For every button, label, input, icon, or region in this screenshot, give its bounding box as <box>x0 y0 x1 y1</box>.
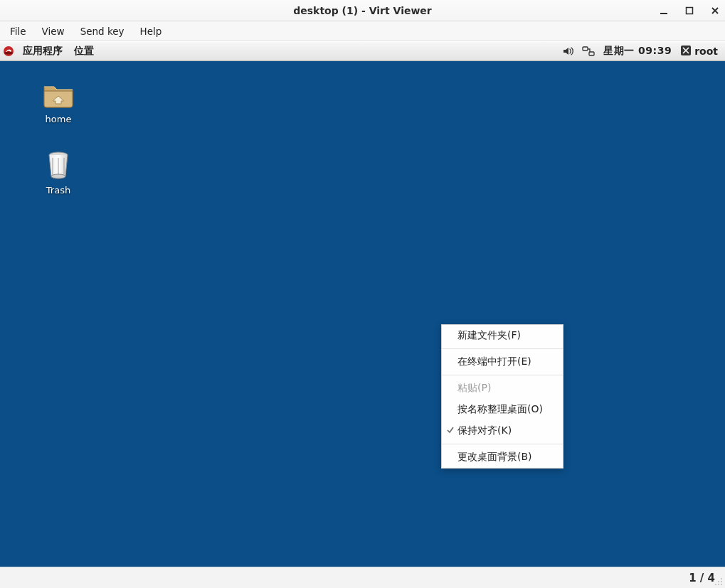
desktop-icon-home[interactable]: home <box>30 77 87 124</box>
menubar-file[interactable]: File <box>3 23 33 39</box>
panel-user-label: root <box>694 46 718 57</box>
ctx-new-folder-label: 新建文件夹(F) <box>457 329 521 341</box>
ctx-open-terminal-label: 在终端中打开(E) <box>457 356 531 367</box>
check-icon <box>446 426 455 434</box>
maximize-button[interactable] <box>684 5 695 16</box>
ctx-organize-by-name[interactable]: 按名称整理桌面(O) <box>442 399 563 420</box>
svg-point-11 <box>721 584 722 585</box>
resize-grip-icon[interactable] <box>714 577 724 587</box>
network-icon[interactable] <box>578 46 599 57</box>
svg-point-13 <box>718 584 719 585</box>
ctx-separator <box>442 348 563 349</box>
panel-clock[interactable]: 星期一 09:39 <box>599 45 676 58</box>
desktop-icon-trash[interactable]: Trash <box>30 148 87 196</box>
minimize-button[interactable] <box>658 5 670 16</box>
ctx-keep-aligned[interactable]: 保持对齐(K) <box>442 420 563 442</box>
folder-home-icon <box>41 77 75 111</box>
close-button[interactable] <box>709 5 721 16</box>
window-controls <box>658 0 721 21</box>
ctx-open-terminal[interactable]: 在终端中打开(E) <box>442 351 563 373</box>
menubar-view[interactable]: View <box>35 23 72 39</box>
panel-places[interactable]: 位置 <box>68 43 100 59</box>
ctx-new-folder[interactable]: 新建文件夹(F) <box>442 325 563 346</box>
window-titlebar: desktop (1) - Virt Viewer <box>0 0 725 21</box>
svg-point-8 <box>51 174 65 178</box>
statusbar: 1 / 4 <box>0 567 725 588</box>
trash-icon <box>41 148 75 182</box>
ctx-change-background[interactable]: 更改桌面背景(B) <box>442 447 563 468</box>
volume-icon[interactable] <box>558 46 578 57</box>
desktop-context-menu: 新建文件夹(F) 在终端中打开(E) 粘贴(P) 按名称整理桌面(O) 保持对齐… <box>441 324 563 469</box>
ctx-separator <box>442 444 563 444</box>
svg-rect-0 <box>660 13 667 14</box>
svg-point-9 <box>721 578 722 579</box>
guest-desktop: 应用程序 位置 星期一 09:39 root home <box>0 41 725 567</box>
menubar-sendkey[interactable]: Send key <box>73 23 132 39</box>
ctx-keep-aligned-label: 保持对齐(K) <box>457 424 512 436</box>
user-badge-icon <box>680 45 692 58</box>
panel-user[interactable]: root <box>676 45 722 58</box>
ctx-paste-label: 粘贴(P) <box>457 382 491 393</box>
desktop-icon-trash-label: Trash <box>30 185 87 196</box>
ctx-separator <box>442 375 563 375</box>
page-indicator: 1 / 4 <box>689 572 715 584</box>
desktop-icon-home-label: home <box>30 114 87 124</box>
desktop-wallpaper[interactable]: home Trash 新建文件夹(F <box>0 61 725 567</box>
svg-point-3 <box>4 52 13 55</box>
ctx-paste: 粘贴(P) <box>442 378 563 399</box>
svg-rect-4 <box>583 47 588 50</box>
menubar: File View Send key Help <box>0 21 725 41</box>
svg-point-12 <box>718 581 719 582</box>
fedora-hat-icon <box>3 46 14 57</box>
gnome-panel: 应用程序 位置 星期一 09:39 root <box>0 41 725 61</box>
window-title: desktop (1) - Virt Viewer <box>293 5 432 16</box>
svg-point-2 <box>4 46 14 56</box>
svg-point-14 <box>715 584 716 585</box>
svg-rect-1 <box>687 8 693 14</box>
panel-applications[interactable]: 应用程序 <box>17 43 68 59</box>
svg-point-10 <box>721 581 722 582</box>
menubar-help[interactable]: Help <box>133 23 169 39</box>
ctx-change-background-label: 更改桌面背景(B) <box>457 451 532 462</box>
ctx-organize-by-name-label: 按名称整理桌面(O) <box>457 403 543 415</box>
